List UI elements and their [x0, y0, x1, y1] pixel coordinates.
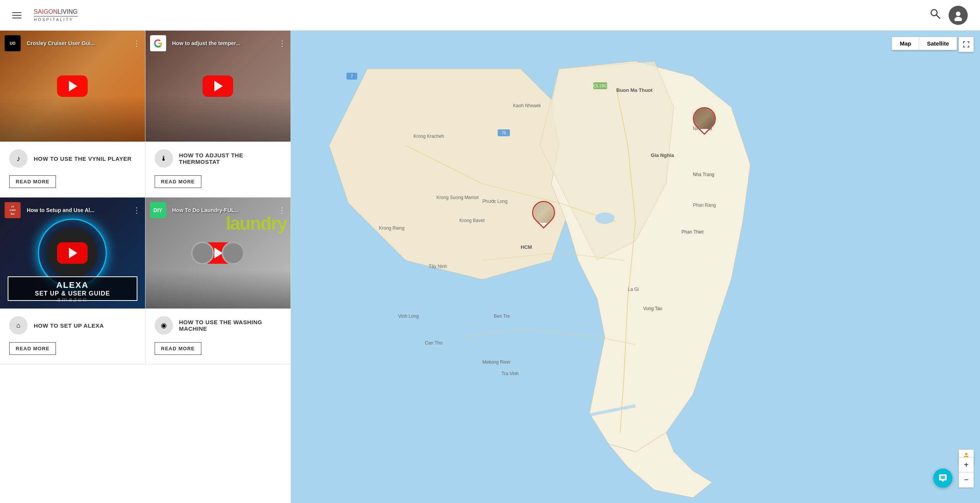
washer-icon: ◉ — [155, 316, 173, 335]
pin-image-1 — [688, 103, 721, 135]
video-info-4: ◉ HOW TO USE THE WASHING MACHINE — [145, 309, 291, 342]
logo-hospitality: HOSPITALITY — [34, 17, 74, 22]
video-label-4: HOW TO USE THE WASHING MACHINE — [179, 319, 282, 332]
video-title-3: How to Setup and Use Al... — [27, 207, 95, 213]
amazon-watermark: amazon — [57, 296, 88, 303]
map-fullscreen-button[interactable] — [959, 37, 974, 52]
svg-point-6 — [570, 287, 586, 295]
more-button-1[interactable]: ⋮ — [133, 39, 140, 48]
chat-button[interactable] — [933, 469, 952, 488]
svg-text:Krong Kracheh: Krong Kracheh — [413, 134, 444, 139]
map-svg: Krong Kracheh Kaoh Nheaek Buon Ma Thuot … — [291, 31, 980, 503]
zoom-in-button[interactable]: + — [959, 457, 974, 472]
svg-text:Gia Nghia: Gia Nghia — [651, 152, 674, 158]
svg-text:Ben Tre: Ben Tre — [494, 314, 510, 319]
svg-text:Krong Rieng: Krong Rieng — [379, 225, 405, 231]
video-thumbnail-3[interactable]: recombu How to Setup and Use Al... ⋮ ALE… — [0, 198, 145, 309]
read-more-button-2[interactable]: READ MORE — [155, 175, 201, 188]
read-more-button-4[interactable]: READ MORE — [155, 342, 201, 355]
account-button[interactable] — [949, 6, 968, 25]
video-card-2: How to adjust the temper... ⋮ 🌡 HOW TO A… — [145, 31, 291, 198]
video-info-3: ⌂ HOW TO SET UP ALEXA — [0, 309, 145, 342]
home-icon: ⌂ — [9, 316, 28, 335]
play-btn-container-2 — [203, 75, 233, 97]
read-more-section-1: READ MORE — [0, 175, 145, 197]
video-thumbnail-2[interactable]: How to adjust the temper... ⋮ — [145, 31, 291, 142]
play-btn-container-1 — [57, 75, 88, 97]
video-label-3: HOW TO SET UP ALEXA — [34, 322, 104, 329]
video-info-1: ♪ HOW TO USE THE VYNIL PLAYER — [0, 142, 145, 175]
svg-text:76: 76 — [501, 131, 506, 135]
svg-text:Krong Bavet: Krong Bavet — [459, 218, 485, 223]
svg-text:Phước Long: Phước Long — [482, 199, 508, 204]
svg-text:Vinh Long: Vinh Long — [398, 314, 419, 319]
svg-text:Kaoh Nheaek: Kaoh Nheaek — [513, 103, 541, 108]
logo-saigon: SAIGON — [34, 8, 57, 15]
map-container[interactable]: Krong Kracheh Kaoh Nheaek Buon Ma Thuot … — [291, 31, 980, 503]
right-panel: Krong Kracheh Kaoh Nheaek Buon Ma Thuot … — [291, 31, 980, 503]
video-label-2: HOW TO ADJUST THE THERMOSTAT — [179, 152, 282, 165]
map-zoom-controls: + − — [959, 457, 974, 488]
main-layout: UO Crosley Cruiser User Gui... ⋮ ♪ HOW T… — [0, 31, 980, 503]
svg-point-2 — [956, 11, 960, 16]
svg-text:Nha Trang: Nha Trang — [693, 172, 714, 177]
svg-point-0 — [931, 10, 937, 16]
video-thumbnail-4[interactable]: DIY How To Do Laundry-FUL... ⋮ — [145, 198, 291, 309]
video-grid: UO Crosley Cruiser User Gui... ⋮ ♪ HOW T… — [0, 31, 291, 364]
pin-image-inner-1 — [694, 108, 715, 129]
channel-icon-3: recombu — [5, 202, 21, 218]
svg-text:Krong Suong Memot: Krong Suong Memot — [436, 195, 479, 200]
video-title-1: Crosley Cruiser User Gui... — [27, 40, 95, 46]
play-button-2[interactable] — [203, 75, 233, 97]
play-button-1[interactable] — [57, 75, 88, 97]
svg-line-1 — [937, 15, 940, 19]
read-more-section-2: READ MORE — [145, 175, 291, 197]
channel-badge-3: recombu How to Setup and Use Al... — [5, 202, 95, 218]
map-type-satellite-button[interactable]: Satellite — [919, 37, 957, 50]
play-button-3[interactable] — [57, 242, 88, 264]
video-overlay-top-3: recombu How to Setup and Use Al... ⋮ — [5, 202, 140, 218]
alexa-title: ALEXA — [15, 280, 131, 290]
svg-text:Mekong River: Mekong River — [482, 359, 511, 365]
svg-text:La Gi: La Gi — [628, 287, 639, 292]
map-pin-2[interactable] — [532, 201, 555, 227]
pin-image-2 — [528, 196, 560, 229]
video-card-4: DIY How To Do Laundry-FUL... ⋮ — [145, 198, 291, 364]
map-pin-1[interactable] — [693, 107, 716, 133]
svg-text:Tra Vinh: Tra Vinh — [501, 371, 519, 376]
channel-icon-2 — [150, 35, 166, 51]
svg-point-5 — [595, 212, 614, 224]
more-button-2[interactable]: ⋮ — [278, 39, 286, 48]
search-button[interactable] — [929, 8, 941, 22]
menu-button[interactable] — [12, 12, 21, 18]
zoom-out-button[interactable]: − — [959, 472, 974, 488]
video-card-3: recombu How to Setup and Use Al... ⋮ ALE… — [0, 198, 145, 364]
read-more-button-1[interactable]: READ MORE — [9, 175, 56, 188]
map-type-map-button[interactable]: Map — [892, 37, 919, 50]
channel-badge-2: How to adjust the temper... — [150, 35, 240, 51]
read-more-button-3[interactable]: READ MORE — [9, 342, 56, 355]
logo[interactable]: SAIGON LIVING HOSPITALITY — [34, 8, 78, 22]
video-card-1: UO Crosley Cruiser User Gui... ⋮ ♪ HOW T… — [0, 31, 145, 198]
video-overlay-top-2: How to adjust the temper... ⋮ — [150, 35, 286, 51]
svg-text:Tây Ninh: Tây Ninh — [429, 264, 447, 269]
map-type-control: Map Satellite — [892, 37, 957, 50]
svg-point-34 — [965, 453, 967, 455]
more-button-3[interactable]: ⋮ — [133, 206, 140, 215]
video-thumbnail-1[interactable]: UO Crosley Cruiser User Gui... ⋮ — [0, 31, 145, 142]
video-title-4: How To Do Laundry-FUL... — [172, 207, 239, 213]
read-more-section-4: READ MORE — [145, 342, 291, 364]
header-left: SAIGON LIVING HOSPITALITY — [12, 8, 78, 22]
svg-text:Can Tho: Can Tho — [425, 340, 443, 346]
video-label-1: HOW TO USE THE VYNIL PLAYER — [34, 155, 132, 162]
video-info-2: 🌡 HOW TO ADJUST THE THERMOSTAT — [145, 142, 291, 175]
svg-text:Phan Thiet: Phan Thiet — [681, 229, 704, 235]
svg-text:Phan Rang: Phan Rang — [693, 203, 716, 208]
header: SAIGON LIVING HOSPITALITY — [0, 0, 980, 31]
logo-living: LIVING — [57, 8, 77, 15]
channel-icon-4: DIY — [150, 202, 166, 218]
svg-text:Vung Tau: Vung Tau — [643, 306, 662, 311]
read-more-section-3: READ MORE — [0, 342, 145, 364]
video-overlay-top-1: UO Crosley Cruiser User Gui... ⋮ — [5, 35, 140, 51]
left-panel: UO Crosley Cruiser User Gui... ⋮ ♪ HOW T… — [0, 31, 291, 503]
